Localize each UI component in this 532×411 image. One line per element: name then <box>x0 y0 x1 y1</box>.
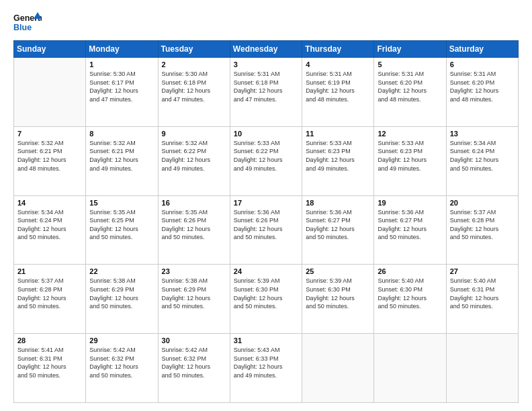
day-number: 8 <box>89 130 154 138</box>
day-number: 30 <box>162 336 226 345</box>
day-info: Sunrise: 5:39 AM Sunset: 6:30 PM Dayligh… <box>306 277 370 310</box>
calendar-cell <box>446 334 518 403</box>
calendar-cell: 28Sunrise: 5:41 AM Sunset: 6:31 PM Dayli… <box>14 334 86 403</box>
day-info: Sunrise: 5:38 AM Sunset: 6:29 PM Dayligh… <box>89 277 154 310</box>
calendar-cell: 19Sunrise: 5:36 AM Sunset: 6:27 PM Dayli… <box>374 195 446 265</box>
calendar-cell: 7Sunrise: 5:32 AM Sunset: 6:21 PM Daylig… <box>14 126 86 195</box>
calendar-cell: 20Sunrise: 5:37 AM Sunset: 6:28 PM Dayli… <box>446 195 518 265</box>
calendar-week-row: 21Sunrise: 5:37 AM Sunset: 6:28 PM Dayli… <box>14 265 519 334</box>
day-number: 4 <box>306 60 370 68</box>
header: General Blue <box>13 12 519 34</box>
calendar-cell: 31Sunrise: 5:43 AM Sunset: 6:33 PM Dayli… <box>230 334 302 403</box>
day-info: Sunrise: 5:36 AM Sunset: 6:26 PM Dayligh… <box>234 208 298 242</box>
day-info: Sunrise: 5:33 AM Sunset: 6:23 PM Dayligh… <box>306 139 370 173</box>
day-number: 26 <box>378 267 442 275</box>
day-number: 23 <box>162 267 226 275</box>
day-info: Sunrise: 5:31 AM Sunset: 6:20 PM Dayligh… <box>450 70 515 103</box>
day-info: Sunrise: 5:34 AM Sunset: 6:24 PM Dayligh… <box>17 208 82 242</box>
day-number: 21 <box>17 267 82 275</box>
day-number: 17 <box>234 199 298 207</box>
calendar-header-row: SundayMondayTuesdayWednesdayThursdayFrid… <box>14 41 519 58</box>
calendar-cell: 16Sunrise: 5:35 AM Sunset: 6:26 PM Dayli… <box>158 195 230 265</box>
calendar-table: SundayMondayTuesdayWednesdayThursdayFrid… <box>13 40 519 403</box>
calendar-week-row: 1Sunrise: 5:30 AM Sunset: 6:17 PM Daylig… <box>14 58 519 127</box>
day-info: Sunrise: 5:30 AM Sunset: 6:18 PM Dayligh… <box>162 70 226 103</box>
calendar-cell: 25Sunrise: 5:39 AM Sunset: 6:30 PM Dayli… <box>302 265 374 334</box>
day-info: Sunrise: 5:41 AM Sunset: 6:31 PM Dayligh… <box>17 346 82 379</box>
calendar-cell: 17Sunrise: 5:36 AM Sunset: 6:26 PM Dayli… <box>230 195 302 265</box>
calendar-weekday-header: Monday <box>86 41 158 58</box>
page: General Blue SundayMondayTuesdayWednesda… <box>0 0 532 411</box>
day-info: Sunrise: 5:34 AM Sunset: 6:24 PM Dayligh… <box>450 139 515 173</box>
day-info: Sunrise: 5:40 AM Sunset: 6:30 PM Dayligh… <box>378 277 442 310</box>
day-number: 15 <box>89 199 154 207</box>
day-number: 9 <box>162 130 226 138</box>
day-number: 20 <box>450 199 515 207</box>
day-number: 18 <box>306 199 370 207</box>
calendar-cell: 2Sunrise: 5:30 AM Sunset: 6:18 PM Daylig… <box>158 58 230 127</box>
calendar-weekday-header: Friday <box>374 41 446 58</box>
day-info: Sunrise: 5:31 AM Sunset: 6:19 PM Dayligh… <box>306 70 370 103</box>
day-info: Sunrise: 5:38 AM Sunset: 6:29 PM Dayligh… <box>162 277 226 310</box>
calendar-weekday-header: Saturday <box>446 41 518 58</box>
calendar-cell: 29Sunrise: 5:42 AM Sunset: 6:32 PM Dayli… <box>86 334 158 403</box>
logo: General Blue <box>13 12 42 34</box>
day-number: 7 <box>17 130 82 138</box>
day-info: Sunrise: 5:33 AM Sunset: 6:23 PM Dayligh… <box>378 139 442 173</box>
day-number: 12 <box>378 130 442 138</box>
day-info: Sunrise: 5:31 AM Sunset: 6:20 PM Dayligh… <box>378 70 442 103</box>
day-info: Sunrise: 5:37 AM Sunset: 6:28 PM Dayligh… <box>17 277 82 310</box>
day-number: 19 <box>378 199 442 207</box>
calendar-cell: 1Sunrise: 5:30 AM Sunset: 6:17 PM Daylig… <box>86 58 158 127</box>
svg-text:Blue: Blue <box>13 23 32 32</box>
day-number: 1 <box>89 60 154 68</box>
calendar-week-row: 7Sunrise: 5:32 AM Sunset: 6:21 PM Daylig… <box>14 126 519 195</box>
calendar-cell: 5Sunrise: 5:31 AM Sunset: 6:20 PM Daylig… <box>374 58 446 127</box>
day-number: 22 <box>89 267 154 275</box>
calendar-cell: 24Sunrise: 5:39 AM Sunset: 6:30 PM Dayli… <box>230 265 302 334</box>
day-number: 5 <box>378 60 442 68</box>
calendar-cell: 8Sunrise: 5:32 AM Sunset: 6:21 PM Daylig… <box>86 126 158 195</box>
day-number: 27 <box>450 267 515 275</box>
day-number: 31 <box>234 336 298 345</box>
logo-svg: General Blue <box>13 12 42 34</box>
calendar-cell: 4Sunrise: 5:31 AM Sunset: 6:19 PM Daylig… <box>302 58 374 127</box>
calendar-cell <box>374 334 446 403</box>
day-info: Sunrise: 5:33 AM Sunset: 6:22 PM Dayligh… <box>234 139 298 173</box>
calendar-cell: 9Sunrise: 5:32 AM Sunset: 6:22 PM Daylig… <box>158 126 230 195</box>
day-number: 29 <box>89 336 154 345</box>
calendar-cell: 6Sunrise: 5:31 AM Sunset: 6:20 PM Daylig… <box>446 58 518 127</box>
calendar-cell <box>302 334 374 403</box>
day-number: 16 <box>162 199 226 207</box>
day-number: 25 <box>306 267 370 275</box>
day-number: 2 <box>162 60 226 68</box>
day-number: 3 <box>234 60 298 68</box>
calendar-cell: 30Sunrise: 5:42 AM Sunset: 6:32 PM Dayli… <box>158 334 230 403</box>
day-info: Sunrise: 5:32 AM Sunset: 6:22 PM Dayligh… <box>162 139 226 173</box>
calendar-weekday-header: Tuesday <box>158 41 230 58</box>
calendar-weekday-header: Sunday <box>14 41 86 58</box>
day-number: 6 <box>450 60 515 68</box>
calendar-cell: 15Sunrise: 5:35 AM Sunset: 6:25 PM Dayli… <box>86 195 158 265</box>
day-number: 13 <box>450 130 515 138</box>
day-number: 28 <box>17 336 82 345</box>
day-info: Sunrise: 5:35 AM Sunset: 6:26 PM Dayligh… <box>162 208 226 242</box>
calendar-cell: 18Sunrise: 5:36 AM Sunset: 6:27 PM Dayli… <box>302 195 374 265</box>
day-number: 14 <box>17 199 82 207</box>
day-info: Sunrise: 5:35 AM Sunset: 6:25 PM Dayligh… <box>89 208 154 242</box>
calendar-cell: 11Sunrise: 5:33 AM Sunset: 6:23 PM Dayli… <box>302 126 374 195</box>
day-number: 24 <box>234 267 298 275</box>
calendar-week-row: 14Sunrise: 5:34 AM Sunset: 6:24 PM Dayli… <box>14 195 519 265</box>
calendar-cell: 13Sunrise: 5:34 AM Sunset: 6:24 PM Dayli… <box>446 126 518 195</box>
day-info: Sunrise: 5:32 AM Sunset: 6:21 PM Dayligh… <box>17 139 82 173</box>
calendar-weekday-header: Thursday <box>302 41 374 58</box>
day-number: 11 <box>306 130 370 138</box>
calendar-cell: 3Sunrise: 5:31 AM Sunset: 6:18 PM Daylig… <box>230 58 302 127</box>
day-info: Sunrise: 5:42 AM Sunset: 6:32 PM Dayligh… <box>89 346 154 379</box>
day-number: 10 <box>234 130 298 138</box>
day-info: Sunrise: 5:30 AM Sunset: 6:17 PM Dayligh… <box>89 70 154 103</box>
calendar-cell: 10Sunrise: 5:33 AM Sunset: 6:22 PM Dayli… <box>230 126 302 195</box>
day-info: Sunrise: 5:36 AM Sunset: 6:27 PM Dayligh… <box>306 208 370 242</box>
day-info: Sunrise: 5:40 AM Sunset: 6:31 PM Dayligh… <box>450 277 515 310</box>
calendar-week-row: 28Sunrise: 5:41 AM Sunset: 6:31 PM Dayli… <box>14 334 519 403</box>
